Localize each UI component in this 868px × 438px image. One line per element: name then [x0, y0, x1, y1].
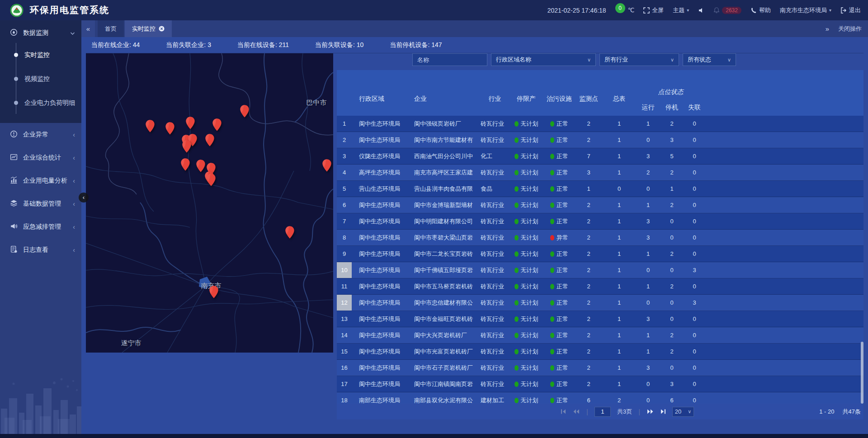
logout-button[interactable]: 退出: [840, 6, 861, 14]
table-row[interactable]: 9阆中生态环境局阆中市二龙长宝页岩砖砖瓦行业无计划正常21120: [337, 246, 863, 262]
table-row[interactable]: 11阆中生态环境局阆中市五马桥页岩机砖砖瓦行业无计划正常21120: [337, 278, 863, 295]
map-pin-icon[interactable]: [165, 122, 175, 135]
org-menu[interactable]: 南充市生态环境局▾: [780, 6, 831, 14]
sidebar-item-企业综合统计[interactable]: 企业综合统计‹: [0, 146, 81, 169]
map-city-label-巴中市: 巴中市: [307, 99, 327, 107]
first-page-icon[interactable]: [561, 409, 566, 414]
cell-facility-status: 正常: [543, 295, 575, 311]
sound-toggle[interactable]: [698, 7, 704, 14]
sidebar-item-label: 视频监控: [24, 75, 50, 83]
close-operations-button[interactable]: 关闭操作: [838, 25, 862, 33]
cell-monitor-count: 2: [575, 116, 602, 132]
sidebar-item-label: 应急减排管理: [23, 223, 67, 231]
status-filter-select[interactable]: 所有状态∨: [683, 53, 736, 66]
table-row[interactable]: 14阆中生态环境局阆中大兴页岩机砖厂砖瓦行业无计划正常21120: [337, 327, 863, 344]
page-number-input[interactable]: [594, 407, 611, 417]
map-pin-icon[interactable]: [182, 140, 192, 153]
table-row[interactable]: 12阆中生态环境局阆中市忠信建材有限公砖瓦行业无计划正常21003: [337, 295, 863, 311]
table-row[interactable]: 7阆中生态环境局阆中明阳建材有限公司砖瓦行业无计划正常21300: [337, 213, 863, 230]
notifications[interactable]: 2632: [713, 7, 741, 14]
scroll-tabs-right-icon[interactable]: »: [826, 25, 829, 33]
cell-limit-status: 无计划: [509, 278, 543, 294]
status-dot-icon: [550, 316, 554, 322]
prev-page-icon[interactable]: [573, 409, 580, 414]
cell-facility-status: 正常: [543, 376, 575, 392]
table-row[interactable]: 1阆中生态环境局阆中强锐页岩砖厂砖瓦行业无计划正常21120: [337, 116, 863, 132]
collapse-map-button[interactable]: ‹: [79, 193, 89, 203]
sidebar-item-应急减排管理[interactable]: 应急减排管理‹: [0, 215, 81, 238]
table-row[interactable]: 2阆中生态环境局阆中市南方节能建材有砖瓦行业无计划正常21030: [337, 132, 863, 148]
tab-bar: « 首页实时监控 » 关闭操作: [81, 20, 868, 37]
sidebar-item-企业电力负荷明细[interactable]: 企业电力负荷明细: [0, 91, 81, 115]
cell-lost-count: 0: [684, 116, 705, 132]
table-row[interactable]: 10阆中生态环境局阆中千佛镇五郎垭页岩砖瓦行业无计划正常21003: [337, 262, 863, 278]
next-page-icon[interactable]: [646, 409, 654, 414]
sidebar-item-实时监控[interactable]: 实时监控: [0, 43, 81, 67]
map-pin-icon[interactable]: [322, 159, 332, 172]
notification-count-badge: 2632: [722, 7, 741, 14]
table-row[interactable]: 13阆中生态环境局阆中市金福旺页岩机砖砖瓦行业无计划正常21300: [337, 311, 863, 327]
cell-facility-status: 正常: [543, 246, 575, 262]
name-filter-input[interactable]: [412, 53, 487, 66]
map-pin-icon[interactable]: [285, 226, 295, 239]
map-pin-icon[interactable]: [209, 285, 219, 299]
table-row[interactable]: 15阆中生态环境局阆中市光富页岩机砖厂砖瓦行业无计划正常21120: [337, 344, 863, 360]
table-row[interactable]: 18南部生态环境局南部县双化水泥有限公建材加工无计划正常62060: [337, 392, 863, 404]
pager-divider: |: [586, 408, 588, 415]
cell-total-meter: 1: [602, 213, 636, 229]
status-dot-icon: [514, 203, 519, 208]
map-pin-icon[interactable]: [145, 119, 155, 133]
cell-monitor-count: 2: [575, 376, 602, 392]
help-button[interactable]: 帮助: [750, 6, 771, 14]
scroll-tabs-left-icon[interactable]: «: [81, 20, 95, 37]
table-row[interactable]: 3仪陇生态环境局西南油气田分公司川中化工无计划正常71350: [337, 148, 863, 165]
sidebar-item-视频监控[interactable]: 视频监控: [0, 67, 81, 91]
menu-icon: [10, 176, 18, 185]
cell-run-count: 1: [636, 246, 660, 262]
map-pin-icon[interactable]: [206, 173, 216, 187]
page-size-select[interactable]: 20∨: [672, 407, 694, 417]
sidebar-item-企业用电量分析[interactable]: 企业用电量分析‹: [0, 169, 81, 192]
cell-filler: [705, 132, 863, 148]
cell-facility-status: 正常: [543, 148, 575, 164]
cell-industry: 砖瓦行业: [479, 360, 509, 376]
tab-首页[interactable]: 首页: [98, 20, 124, 37]
col-header-company: 企业: [410, 70, 479, 116]
cell-facility-status: 正常: [543, 327, 575, 343]
table-row[interactable]: 4高坪生态环境局南充市高坪区王家店建砖瓦行业无计划正常31220: [337, 165, 863, 181]
table-scrollbar[interactable]: [861, 342, 863, 404]
cell-lost-count: 0: [684, 132, 705, 148]
fullscreen-button[interactable]: 全屏: [643, 6, 664, 14]
sidebar-item-企业异常[interactable]: 企业异常‹: [0, 123, 81, 146]
table-row[interactable]: 8阆中生态环境局阆中市枣碧大梁山页岩砖瓦行业无计划异常21300: [337, 230, 863, 246]
industry-filter-select[interactable]: 所有行业∨: [599, 53, 679, 66]
theme-menu[interactable]: 主题▾: [673, 6, 689, 14]
map-panel[interactable]: 巴中市南充市遂宁市: [86, 53, 333, 353]
cell-run-count: 3: [636, 213, 660, 229]
close-icon[interactable]: [159, 26, 165, 32]
last-page-icon[interactable]: [660, 409, 666, 414]
tab-实时监控[interactable]: 实时监控: [125, 20, 172, 37]
map-pin-icon[interactable]: [185, 116, 195, 130]
bullet-dot-icon: [14, 53, 18, 57]
table-row[interactable]: 5营山生态环境局营山县润丰肉食品有限食品无计划正常10010: [337, 181, 863, 197]
status-dot-icon: [550, 398, 554, 403]
map-pin-icon[interactable]: [212, 118, 222, 132]
sidebar-item-日志查看[interactable]: 日志查看‹: [0, 238, 81, 261]
sidebar-item-基础数据管理[interactable]: 基础数据管理‹: [0, 192, 81, 215]
chevron-left-icon: ‹: [73, 177, 75, 184]
cell-index: 17: [337, 376, 352, 392]
sidebar-group-toggle[interactable]: 数据监测: [0, 23, 81, 43]
chevron-down-icon: [70, 29, 75, 37]
region-filter-select[interactable]: 行政区域名称∨: [491, 53, 596, 66]
table-row[interactable]: 17阆中生态环境局阆中市江南镇阆南页岩砖瓦行业无计划正常21030: [337, 376, 863, 392]
table-row[interactable]: 16阆中生态环境局阆中市石子页岩机砖厂砖瓦行业无计划正常21300: [337, 360, 863, 376]
cell-total-meter: 1: [602, 246, 636, 262]
cell-index: 12: [337, 295, 352, 311]
map-pin-icon[interactable]: [240, 104, 250, 118]
table-row[interactable]: 6阆中生态环境局阆中市金博瑞新型墙材砖瓦行业无计划正常21120: [337, 197, 863, 213]
map-pin-icon[interactable]: [205, 133, 215, 147]
chevron-left-icon: ‹: [73, 131, 75, 138]
map-pin-icon[interactable]: [180, 158, 190, 171]
cell-monitor-count: 1: [575, 181, 602, 197]
